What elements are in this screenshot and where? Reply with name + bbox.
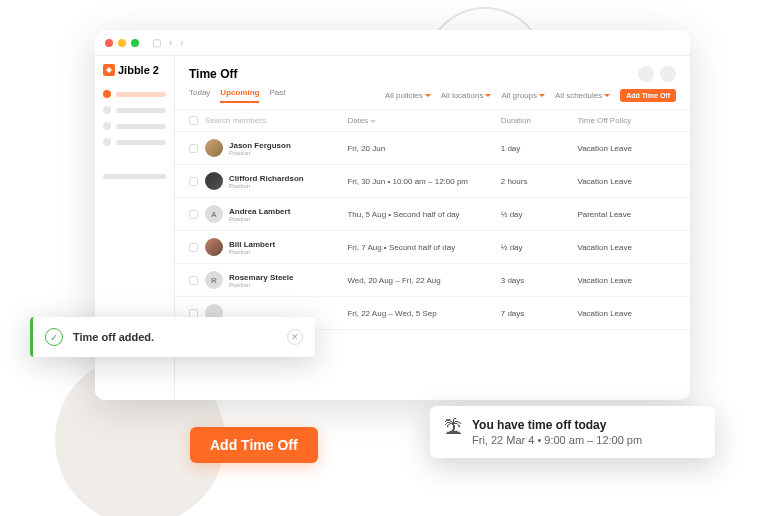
cell-policy: Vacation Leave [577,177,676,186]
avatar [205,139,223,157]
cell-policy: Parental Leave [577,210,676,219]
table-row[interactable]: AAndrea LambertPosition Thu, 5 Aug • Sec… [175,198,690,231]
row-checkbox[interactable] [189,210,198,219]
success-check-icon: ✓ [45,328,63,346]
cell-policy: Vacation Leave [577,309,676,318]
table-row[interactable]: Clifford RichardsonPosition Fri, 30 Jun … [175,165,690,198]
avatar: R [205,271,223,289]
tab-upcoming[interactable]: Upcoming [220,88,259,103]
cta-add-time-off-button[interactable]: Add Time Off [190,427,318,463]
sidebar-item[interactable] [103,90,166,98]
row-checkbox[interactable] [189,144,198,153]
cell-policy: Vacation Leave [577,276,676,285]
window-minimize-icon[interactable] [118,39,126,47]
cell-policy: Vacation Leave [577,243,676,252]
logo[interactable]: Jibble 2 [103,64,166,76]
palm-tree-icon: 🏝 [444,418,462,446]
sidebar-item[interactable] [103,174,166,179]
cell-duration: 2 hours [501,177,578,186]
window-maximize-icon[interactable] [131,39,139,47]
cell-dates: Fri, 20 Jun [347,144,500,153]
sidebar-item[interactable] [103,122,166,130]
chevron-down-icon [485,94,491,97]
avatar [205,238,223,256]
cell-duration: 3 days [501,276,578,285]
toast-message: Time off added. [73,331,277,343]
brand-name: Jibble 2 [118,64,159,76]
cell-duration: 1 day [501,144,578,153]
chevron-down-icon [539,94,545,97]
member-name: Bill Lambert [229,240,275,249]
header-action[interactable] [638,66,654,82]
row-checkbox[interactable] [189,243,198,252]
toast-notification: ✓ Time off added. ✕ [30,317,315,357]
filter-locations[interactable]: All locations [441,91,492,100]
add-time-off-button[interactable]: Add Time Off [620,89,676,102]
column-header-policy[interactable]: Time Off Policy [577,116,676,125]
notification-title: You have time off today [472,418,642,432]
cell-policy: Vacation Leave [577,144,676,153]
tab-today[interactable]: Today [189,88,210,103]
chevron-down-icon [604,94,610,97]
column-header-duration[interactable]: Duration [501,116,578,125]
cell-dates: Thu, 5 Aug • Second half of day [347,210,500,219]
member-name: Clifford Richardson [229,174,304,183]
tab-past[interactable]: Past [269,88,285,103]
sort-icon [370,120,376,123]
nav-back-icon[interactable]: ‹ [169,37,172,48]
member-role: Position [229,282,293,288]
table-row[interactable]: Bill LambertPosition Fri, 7 Aug • Second… [175,231,690,264]
row-checkbox[interactable] [189,276,198,285]
titlebar: ▢ ‹ › [95,30,690,56]
filter-schedules[interactable]: All schedules [555,91,610,100]
page-title: Time Off [189,67,237,81]
cell-duration: ½ day [501,210,578,219]
member-name: Rosemary Steele [229,273,293,282]
filter-policies[interactable]: All policies [385,91,431,100]
table-row[interactable]: Jason FergusonPosition Fri, 20 Jun 1 day… [175,132,690,165]
notification-subtitle: Fri, 22 Mar 4 • 9:00 am – 12:00 pm [472,434,642,446]
window-close-icon[interactable] [105,39,113,47]
member-name: Jason Ferguson [229,141,291,150]
table-row[interactable]: RRosemary SteelePosition Wed, 20 Aug – F… [175,264,690,297]
cell-duration: ½ day [501,243,578,252]
column-header-dates[interactable]: Dates [347,116,500,125]
member-role: Position [229,249,275,255]
sidebar-toggle-icon[interactable]: ▢ [152,37,161,48]
logo-icon [103,64,115,76]
filter-groups[interactable]: All groups [501,91,545,100]
cell-dates: Fri, 30 Jun • 10:00 am – 12:00 pm [347,177,500,186]
cell-dates: Fri, 22 Aug – Wed, 5 Sep [347,309,500,318]
toast-close-button[interactable]: ✕ [287,329,303,345]
cell-dates: Fri, 7 Aug • Second half of day [347,243,500,252]
nav-forward-icon[interactable]: › [180,37,183,48]
time-off-today-notification[interactable]: 🏝 You have time off today Fri, 22 Mar 4 … [430,406,715,458]
row-checkbox[interactable] [189,177,198,186]
sidebar-item[interactable] [103,106,166,114]
header-action[interactable] [660,66,676,82]
cell-dates: Wed, 20 Aug – Fri, 22 Aug [347,276,500,285]
search-members-input[interactable]: Search members [205,116,347,125]
cell-duration: 7 days [501,309,578,318]
sidebar-item[interactable] [103,138,166,146]
avatar: A [205,205,223,223]
member-role: Position [229,150,291,156]
member-role: Position [229,183,304,189]
select-all-checkbox[interactable] [189,116,198,125]
avatar [205,172,223,190]
member-role: Position [229,216,290,222]
chevron-down-icon [425,94,431,97]
member-name: Andrea Lambert [229,207,290,216]
